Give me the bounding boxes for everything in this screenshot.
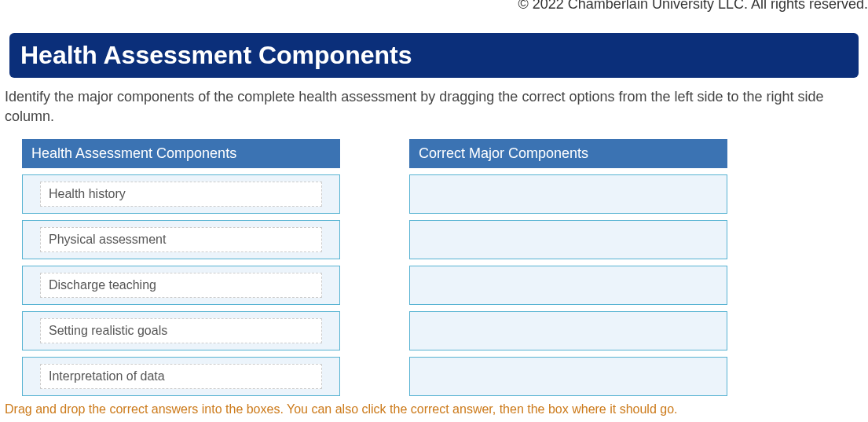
target-slot[interactable] bbox=[409, 357, 727, 396]
drag-item-setting-realistic-goals[interactable]: Setting realistic goals bbox=[40, 318, 322, 343]
source-slot[interactable]: Setting realistic goals bbox=[22, 311, 340, 350]
target-slot[interactable] bbox=[409, 311, 727, 350]
instructions-text: Identify the major components of the com… bbox=[5, 87, 862, 127]
columns-wrap: Health Assessment Components Health hist… bbox=[6, 139, 862, 396]
source-slot[interactable]: Discharge teaching bbox=[22, 266, 340, 305]
main-container: Health Assessment Components Identify th… bbox=[0, 0, 868, 416]
drag-item-discharge-teaching[interactable]: Discharge teaching bbox=[40, 273, 322, 298]
target-slot[interactable] bbox=[409, 174, 727, 214]
target-column: Correct Major Components bbox=[409, 139, 727, 396]
drag-item-physical-assessment[interactable]: Physical assessment bbox=[40, 227, 322, 252]
source-slot[interactable]: Physical assessment bbox=[22, 220, 340, 259]
drag-item-health-history[interactable]: Health history bbox=[40, 182, 322, 207]
drag-item-interpretation-of-data[interactable]: Interpretation of data bbox=[40, 364, 322, 389]
target-slot[interactable] bbox=[409, 220, 727, 259]
footer-instruction: Drag and drop the correct answers into t… bbox=[5, 402, 862, 416]
target-slot[interactable] bbox=[409, 266, 727, 305]
target-column-header: Correct Major Components bbox=[409, 139, 727, 168]
source-column: Health Assessment Components Health hist… bbox=[22, 139, 340, 396]
page-title: Health Assessment Components bbox=[9, 33, 859, 78]
source-slot[interactable]: Health history bbox=[22, 174, 340, 214]
copyright-text: © 2022 Chamberlain University LLC. All r… bbox=[518, 0, 868, 13]
source-slot[interactable]: Interpretation of data bbox=[22, 357, 340, 396]
source-column-header: Health Assessment Components bbox=[22, 139, 340, 168]
